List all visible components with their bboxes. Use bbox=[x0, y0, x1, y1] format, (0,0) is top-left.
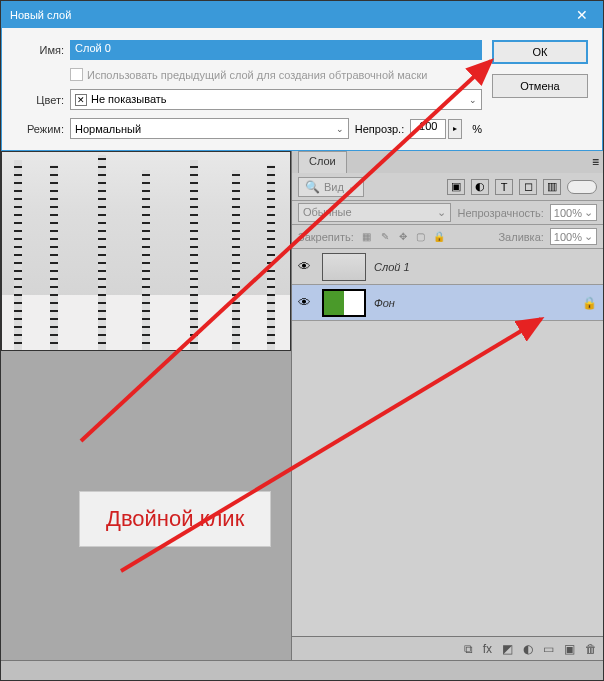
dialog-title: Новый слой bbox=[10, 9, 71, 21]
layer-thumbnail[interactable] bbox=[322, 253, 366, 281]
new-layer-dialog: Новый слой ✕ Имя: Слой 0 Использовать пр… bbox=[1, 1, 603, 151]
filter-shape-icon[interactable]: ◻ bbox=[519, 179, 537, 195]
close-icon[interactable]: ✕ bbox=[570, 5, 594, 25]
filter-pixel-icon[interactable]: ▣ bbox=[447, 179, 465, 195]
color-label: Цвет: bbox=[16, 94, 64, 106]
lock-label: Закрепить: bbox=[298, 231, 354, 243]
filter-type-icon[interactable]: T bbox=[495, 179, 513, 195]
name-label: Имя: bbox=[16, 44, 64, 56]
link-layers-icon[interactable]: ⧉ bbox=[464, 642, 473, 656]
lock-artboard-icon[interactable]: ▢ bbox=[414, 230, 428, 244]
visibility-eye-icon[interactable]: 👁 bbox=[298, 295, 314, 310]
chevron-icon: ⌄ bbox=[348, 180, 357, 193]
opacity-stepper[interactable]: ▸ bbox=[448, 119, 462, 139]
fill-label: Заливка: bbox=[498, 231, 543, 243]
blend-mode-select[interactable]: Обычные ⌄ bbox=[298, 203, 451, 222]
fill-value[interactable]: 100% ⌄ bbox=[550, 228, 597, 245]
lock-pixels-icon[interactable]: ▦ bbox=[360, 230, 374, 244]
use-prev-mask-label: Использовать предыдущий слой для создани… bbox=[87, 69, 427, 81]
chevron-down-icon: ⌄ bbox=[336, 124, 344, 134]
new-layer-icon[interactable]: ▣ bbox=[564, 642, 575, 656]
layer-name[interactable]: Фон bbox=[374, 297, 574, 309]
opacity-label: Непрозрачность: bbox=[457, 207, 543, 219]
panel-footer: ⧉ fx ◩ ◐ ▭ ▣ 🗑 bbox=[292, 636, 603, 660]
status-bar bbox=[1, 660, 603, 680]
lock-icon: 🔒 bbox=[582, 296, 597, 310]
mode-label: Режим: bbox=[16, 123, 64, 135]
adjustment-icon[interactable]: ◐ bbox=[523, 642, 533, 656]
annotation-callout: Двойной клик bbox=[79, 491, 271, 547]
filter-toggle[interactable] bbox=[567, 180, 597, 194]
opacity-value[interactable]: 100% ⌄ bbox=[550, 204, 597, 221]
layer-name[interactable]: Слой 1 bbox=[374, 261, 597, 273]
layer-thumbnail[interactable] bbox=[322, 289, 366, 317]
cancel-button[interactable]: Отмена bbox=[492, 74, 588, 98]
name-input[interactable]: Слой 0 bbox=[70, 40, 482, 60]
chevron-icon: ⌄ bbox=[437, 206, 446, 219]
use-prev-mask-checkbox bbox=[70, 68, 83, 81]
layer-row[interactable]: 👁 Фон 🔒 bbox=[292, 285, 603, 321]
blend-mode-label: Обычные bbox=[303, 206, 352, 219]
document-viewport[interactable] bbox=[1, 151, 293, 660]
lock-position-icon[interactable]: ✥ bbox=[396, 230, 410, 244]
ok-button[interactable]: ОК bbox=[492, 40, 588, 64]
mask-icon[interactable]: ◩ bbox=[502, 642, 513, 656]
chevron-icon: ⌄ bbox=[584, 206, 593, 219]
layer-row[interactable]: 👁 Слой 1 bbox=[292, 249, 603, 285]
layers-list: 👁 Слой 1 👁 Фон 🔒 bbox=[292, 249, 603, 636]
filter-adjust-icon[interactable]: ◐ bbox=[471, 179, 489, 195]
filter-smart-icon[interactable]: ▥ bbox=[543, 179, 561, 195]
dialog-titlebar[interactable]: Новый слой ✕ bbox=[2, 2, 602, 28]
filter-kind-select[interactable]: 🔍 Вид ⌄ bbox=[298, 177, 364, 197]
mode-select[interactable]: Нормальный ⌄ bbox=[70, 118, 349, 139]
none-icon: ✕ bbox=[75, 94, 87, 106]
lock-all-icon[interactable]: 🔒 bbox=[432, 230, 446, 244]
panel-menu-icon[interactable]: ≡ bbox=[592, 155, 599, 169]
lock-brush-icon[interactable]: ✎ bbox=[378, 230, 392, 244]
document-image bbox=[1, 151, 291, 351]
chevron-down-icon: ⌄ bbox=[469, 95, 477, 105]
opacity-input[interactable]: 100 bbox=[410, 119, 446, 139]
percent-label: % bbox=[472, 123, 482, 135]
filter-row: 🔍 Вид ⌄ ▣ ◐ T ◻ ▥ bbox=[292, 173, 603, 201]
chevron-icon: ⌄ bbox=[584, 230, 593, 243]
opacity-label: Непрозр.: bbox=[355, 123, 404, 135]
visibility-eye-icon[interactable]: 👁 bbox=[298, 259, 314, 274]
layers-panel: Слои ≡ 🔍 Вид ⌄ ▣ ◐ T ◻ ▥ Обычные ⌄ Непро… bbox=[291, 151, 603, 660]
color-select[interactable]: ✕Не показывать ⌄ bbox=[70, 89, 482, 110]
group-icon[interactable]: ▭ bbox=[543, 642, 554, 656]
fx-icon[interactable]: fx bbox=[483, 642, 492, 656]
filter-kind-label: Вид bbox=[324, 181, 344, 193]
trash-icon[interactable]: 🗑 bbox=[585, 642, 597, 656]
tab-layers[interactable]: Слои bbox=[298, 151, 347, 173]
search-icon: 🔍 bbox=[305, 180, 320, 194]
